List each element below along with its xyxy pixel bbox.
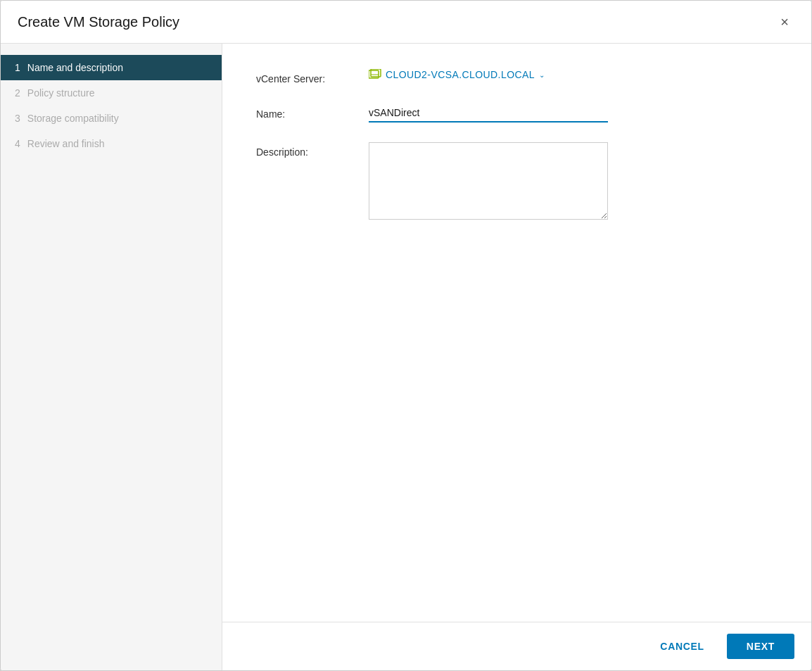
dialog-header: Create VM Storage Policy ×: [1, 1, 811, 44]
dialog-footer: CANCEL NEXT: [222, 622, 811, 670]
name-row: Name:: [256, 104, 778, 123]
content-area: vCenter Server: CLOUD2-VCSA.CLOUD.LOCAL …: [222, 44, 811, 622]
sidebar-item-name-description[interactable]: 1 Name and description: [1, 55, 222, 80]
vcenter-server-value: CLOUD2-VCSA.CLOUD.LOCAL: [386, 69, 535, 80]
vcenter-server-row: vCenter Server: CLOUD2-VCSA.CLOUD.LOCAL …: [256, 69, 778, 84]
sidebar-item-review-finish: 4 Review and finish: [1, 131, 222, 156]
dialog-body: 1 Name and description 2 Policy structur…: [1, 44, 811, 670]
cancel-button[interactable]: CANCEL: [646, 635, 718, 658]
vcenter-server-label: vCenter Server:: [256, 69, 369, 84]
step-4-num: 4: [15, 138, 20, 149]
create-vm-storage-policy-dialog: Create VM Storage Policy × 1 Name and de…: [0, 0, 812, 671]
sidebar-item-policy-structure: 2 Policy structure: [1, 80, 222, 106]
sidebar-item-storage-compatibility: 3 Storage compatibility: [1, 106, 222, 131]
name-field: [369, 104, 778, 123]
step-1-num: 1: [15, 62, 20, 73]
step-3-num: 3: [15, 113, 20, 124]
description-row: Description:: [256, 142, 778, 222]
description-input[interactable]: [369, 142, 608, 220]
description-label: Description:: [256, 142, 369, 158]
sidebar: 1 Name and description 2 Policy structur…: [1, 44, 222, 670]
vcenter-server-icon: [369, 69, 381, 80]
step-4-label: Review and finish: [27, 138, 105, 149]
chevron-down-icon: ⌄: [539, 71, 545, 79]
step-3-label: Storage compatibility: [27, 113, 119, 124]
main-content: vCenter Server: CLOUD2-VCSA.CLOUD.LOCAL …: [222, 44, 811, 670]
step-2-num: 2: [15, 87, 20, 99]
dialog-title: Create VM Storage Policy: [18, 14, 179, 30]
description-field: [369, 142, 778, 222]
step-2-label: Policy structure: [27, 87, 95, 99]
name-input[interactable]: [369, 104, 608, 123]
next-button[interactable]: NEXT: [727, 634, 794, 659]
step-1-label: Name and description: [27, 62, 123, 73]
name-label: Name:: [256, 104, 369, 120]
close-button[interactable]: ×: [775, 12, 794, 32]
vcenter-server-button[interactable]: CLOUD2-VCSA.CLOUD.LOCAL ⌄: [369, 69, 545, 80]
vcenter-server-field: CLOUD2-VCSA.CLOUD.LOCAL ⌄: [369, 69, 778, 80]
